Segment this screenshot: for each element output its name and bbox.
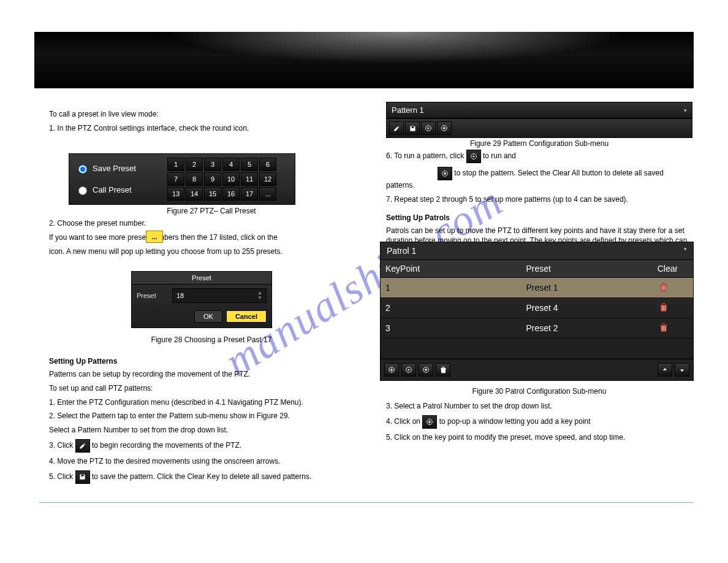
pattern-stop-button[interactable] [437,121,452,135]
patterns-intro: Patterns can be setup by recording the m… [49,369,374,380]
preset-num-5[interactable]: 5 [241,158,258,171]
preset-num-1[interactable]: 1 [167,158,184,171]
preset-num-12[interactable]: 12 [259,172,276,186]
th-keypoint: KeyPoint [381,260,521,278]
preset-num-4[interactable]: 4 [222,158,240,171]
left-step2: 2. Choose the preset number. [49,218,374,229]
trash-icon[interactable] [658,302,670,313]
preset-dialog: Preset Preset 18 ▲▼ OK Cancel [131,271,272,328]
patterns-heading: Setting Up Patterns [49,357,374,366]
patrol-table: KeyPoint Preset Clear 1 Preset 1 2 Prese… [381,260,693,359]
pat-step1: 1. Enter the PTZ Configuration menu (des… [49,397,374,408]
pattern-dropdown[interactable]: Pattern 1 ▾ [386,102,692,118]
preset-num-3[interactable]: 3 [204,158,221,171]
pat-step7: 7. Repeat step 2 through 5 to set up mor… [386,194,692,205]
move-up-button[interactable] [658,363,672,377]
pencil-icon[interactable] [75,439,90,453]
table-row[interactable]: 1 Preset 1 [381,278,693,298]
move-down-button[interactable] [675,363,689,377]
pat-step2b: Select a Pattern Number to set from the … [49,425,374,435]
preset-num-6[interactable]: 6 [259,158,276,171]
pat-step6a: 6. To run a pattern, click [386,151,464,160]
patrol-stop-button[interactable] [419,363,433,377]
call-preset-label: Call Preset [93,185,132,194]
preset-num-14[interactable]: 14 [186,187,203,201]
save-preset-radio-input[interactable] [78,165,87,174]
pat-step4: 4. Move the PTZ to the desired movements… [49,456,374,467]
trash-icon[interactable] [658,282,670,293]
more-chip-icon[interactable]: ... [146,231,163,243]
preset-num-10[interactable]: 10 [222,172,240,186]
preset-num-15[interactable]: 15 [204,187,221,201]
preset-num-17[interactable]: 17 [241,187,258,201]
patrols-heading: Setting Up Patrols [386,213,692,222]
fig28-caption: Figure 28 Choosing a Preset Past 17 [49,335,374,345]
patrol-delete-button[interactable] [436,363,450,377]
preset-num-11[interactable]: 11 [241,172,258,186]
pat-step5b: to save the pattern. Click the Clear Key… [92,472,311,481]
ok-button[interactable]: OK [194,310,222,323]
call-preset-radio[interactable]: Call Preset [75,185,167,195]
preset-dialog-title: Preset [132,272,271,285]
table-row-empty [381,339,693,359]
pattern-dropdown-value: Pattern 1 [392,105,424,115]
preset-num-more[interactable]: ... [259,187,276,201]
preset-num-2[interactable]: 2 [186,158,203,171]
patrol-dropdown[interactable]: Patrol 1 ▾ [381,242,693,260]
left-step1: 1. In the PTZ Control settings interface… [49,123,374,134]
pl-step4b: to pop-up a window letting you add a key… [439,417,591,426]
preset-num-13[interactable]: 13 [167,187,184,201]
pattern-edit-button[interactable] [389,121,404,135]
save-icon[interactable] [75,470,90,484]
cell-kp: 3 [381,318,521,339]
pl-step5: 5. Click on the key point to modify the … [386,432,692,443]
preset-num-8[interactable]: 8 [186,172,203,186]
svg-rect-2 [443,127,445,129]
pat-step6b: to run and [483,151,516,160]
stop-icon[interactable] [438,167,452,180]
patrol-dropdown-value: Patrol 1 [387,246,416,256]
th-clear: Clear [653,260,693,278]
pattern-play-button[interactable] [421,121,436,135]
add-icon[interactable] [422,415,437,429]
patrol-add-button[interactable] [384,363,399,377]
header-banner [34,32,694,88]
pat-step6c: to stop the pattern. Select the Clear Al… [386,169,664,190]
preset-num-16[interactable]: 16 [222,187,240,201]
preset-num-9[interactable]: 9 [204,172,221,186]
th-preset: Preset [521,260,653,278]
left-section1-title: To call a preset in live view mode: [49,109,374,120]
patterns-setup: To set up and call PTZ patterns: [49,383,374,394]
cell-preset: Preset 2 [521,318,653,339]
more-text-b: icon. A new menu will pop up letting you… [49,247,374,257]
pl-step4a: 4. Click on [386,417,420,426]
pat-step3a: 3. Click [49,441,73,450]
chevron-down-icon: ▾ [684,107,687,113]
patrol-panel: Patrol 1 ▾ KeyPoint Preset Clear 1 Prese… [380,242,694,381]
pattern-save-button[interactable] [405,121,420,135]
pl-step3: 3. Select a Patrol Number to set the dro… [386,401,692,412]
fig30-caption: Figure 30 Patrol Configuration Sub-menu [386,386,692,397]
preset-field-label: Preset [137,292,169,299]
pat-step2a: 2. Select the Pattern tap to enter the P… [49,411,374,421]
save-preset-label: Save Preset [93,164,136,173]
play-icon[interactable] [466,150,481,163]
spinner-arrows-icon[interactable]: ▲▼ [257,291,262,301]
chevron-down-icon: ▾ [684,246,687,256]
preset-num-7[interactable]: 7 [167,172,184,186]
preset-spinner[interactable]: 18 ▲▼ [172,288,267,303]
more-text-a: If you want to see more preset numbers t… [49,233,278,242]
cancel-button[interactable]: Cancel [226,310,267,323]
call-preset-radio-input[interactable] [78,186,87,195]
pat-step3b: to begin recording the movements of the … [92,441,241,450]
preset-spinner-value: 18 [176,292,184,299]
preset-number-grid: 1 2 3 4 5 6 7 8 9 10 11 12 13 14 15 16 1… [167,158,276,201]
preset-widget: Save Preset Call Preset 1 2 3 4 5 6 7 8 … [69,153,295,205]
trash-icon[interactable] [658,322,670,333]
table-row[interactable]: 2 Preset 4 [381,298,693,318]
patrol-play-button[interactable] [401,363,416,377]
table-row[interactable]: 3 Preset 2 [381,318,693,339]
cell-preset: Preset 4 [521,298,653,318]
save-preset-radio[interactable]: Save Preset [75,163,167,174]
cell-kp: 1 [381,278,521,298]
